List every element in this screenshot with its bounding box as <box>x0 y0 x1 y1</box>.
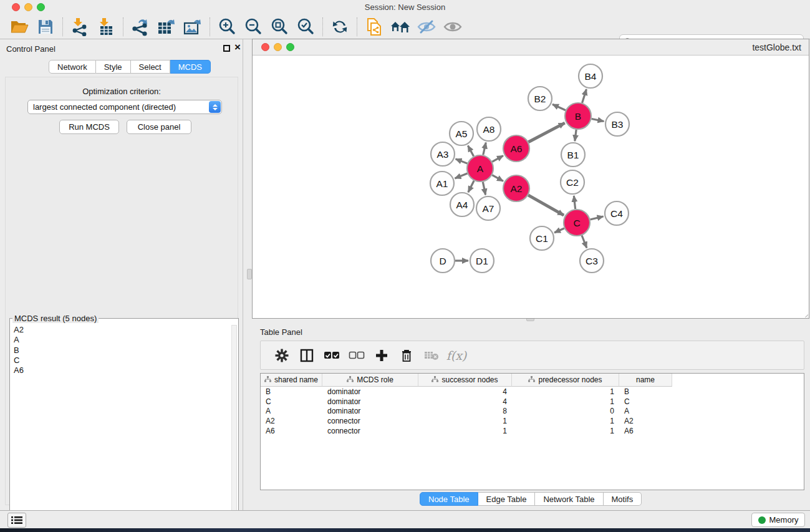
column-header-name[interactable]: name <box>619 374 672 387</box>
graph-node-A7[interactable]: A7 <box>476 196 500 220</box>
graph-node-A5[interactable]: A5 <box>450 122 473 145</box>
graph-node-C4[interactable]: C4 <box>605 201 629 225</box>
network-canvas[interactable]: AA1A3A4A5A7A8A6A2BB1B2B3B4CC1C2C3C4DD1 <box>253 56 809 318</box>
zoom-selected-button[interactable] <box>292 16 319 37</box>
tab-network-table[interactable]: Network Table <box>535 492 603 506</box>
graph-edge-A-A8[interactable] <box>483 142 486 155</box>
graph-edge-A-A2[interactable] <box>492 175 503 181</box>
tab-motifs[interactable]: Motifs <box>604 492 642 506</box>
table-row[interactable]: Bdominator41B <box>261 387 804 397</box>
graph-edge-A-A3[interactable] <box>456 159 468 163</box>
minimize-view-button[interactable] <box>274 43 282 51</box>
function-builder-button[interactable]: f(x) <box>444 345 469 366</box>
graph-node-D1[interactable]: D1 <box>470 249 494 273</box>
graph-node-B3[interactable]: B3 <box>605 112 629 136</box>
criterion-dropdown[interactable]: largest connected component (directed) <box>27 100 222 114</box>
graph-node-C2[interactable]: C2 <box>561 170 584 194</box>
zoom-view-button[interactable] <box>286 43 294 51</box>
column-settings-button[interactable] <box>269 345 294 366</box>
graph-node-A4[interactable]: A4 <box>450 193 474 216</box>
open-session-button[interactable] <box>6 16 32 37</box>
graph-edge-B-B3[interactable] <box>592 118 604 121</box>
delete-column-button[interactable] <box>394 345 419 366</box>
table-row[interactable]: A6connector11A6 <box>261 426 804 436</box>
refresh-view-button[interactable] <box>327 16 353 37</box>
graph-node-A[interactable]: A <box>467 155 493 181</box>
graph-edge-A-A1[interactable] <box>455 173 467 178</box>
graph-edge-C-C3[interactable] <box>582 235 587 248</box>
graph-edge-A6-B[interactable] <box>528 123 564 142</box>
tab-network[interactable]: Network <box>49 60 96 74</box>
graph-edge-B-B4[interactable] <box>582 89 587 103</box>
graph-node-B4[interactable]: B4 <box>579 64 602 88</box>
graph-node-B1[interactable]: B1 <box>561 143 585 167</box>
column-header-shared-name[interactable]: shared name <box>261 374 322 387</box>
graph-edge-B-B1[interactable] <box>575 130 576 141</box>
vertical-splitter-handle[interactable] <box>247 269 252 279</box>
result-scrollbar[interactable] <box>231 325 237 532</box>
export-network-button[interactable] <box>127 16 153 37</box>
delete-table-button[interactable] <box>419 345 444 366</box>
save-session-button[interactable] <box>32 16 59 37</box>
graph-edge-A-A4[interactable] <box>468 181 474 193</box>
graph-node-C[interactable]: C <box>564 210 590 236</box>
close-view-button[interactable] <box>261 43 269 51</box>
graph-node-A8[interactable]: A8 <box>477 117 501 141</box>
tab-mcds[interactable]: MCDS <box>170 60 211 74</box>
tab-select[interactable]: Select <box>131 60 170 74</box>
graph-node-A1[interactable]: A1 <box>430 172 454 195</box>
graph-node-D[interactable]: D <box>431 249 455 273</box>
mcds-result-item[interactable]: B <box>11 346 231 355</box>
export-image-button[interactable] <box>180 16 206 37</box>
add-column-button[interactable] <box>369 345 394 366</box>
hide-graphics-details-button[interactable] <box>413 16 440 37</box>
graph-node-B[interactable]: B <box>565 103 591 129</box>
table-row[interactable]: A2connector11A2 <box>261 416 804 426</box>
mcds-result-item[interactable]: A2 <box>11 325 231 335</box>
graph-edge-A-A7[interactable] <box>483 182 485 195</box>
mcds-result-item[interactable]: C <box>11 355 231 365</box>
mcds-result-item[interactable]: A <box>11 335 231 345</box>
graph-edge-C-C4[interactable] <box>590 216 603 220</box>
import-network-button[interactable] <box>67 16 93 37</box>
table-row[interactable]: Adominator80A <box>261 407 804 417</box>
tab-style[interactable]: Style <box>96 60 131 74</box>
task-history-button[interactable] <box>7 513 26 528</box>
graph-node-A6[interactable]: A6 <box>503 135 529 162</box>
resize-grip[interactable] <box>799 309 808 317</box>
graph-node-A3[interactable]: A3 <box>431 142 455 166</box>
graph-edge-C-C2[interactable] <box>574 196 575 209</box>
graph-edge-C-C1[interactable] <box>554 228 564 233</box>
memory-button[interactable]: Memory <box>751 513 805 527</box>
import-table-button[interactable] <box>93 16 119 37</box>
graph-edge-A-A5[interactable] <box>468 145 473 156</box>
graph-node-C1[interactable]: C1 <box>530 226 554 250</box>
column-header-predecessor-nodes[interactable]: predecessor nodes <box>512 374 619 387</box>
tab-node-table[interactable]: Node Table <box>420 492 478 506</box>
export-table-button[interactable] <box>153 16 180 37</box>
zoom-in-button[interactable] <box>214 16 240 37</box>
zoom-out-button[interactable] <box>240 16 266 37</box>
float-panel-icon[interactable] <box>223 45 230 52</box>
table-row[interactable]: Cdominator41C <box>261 397 804 407</box>
node-table[interactable]: shared nameMCDS rolesuccessor nodesprede… <box>260 373 804 490</box>
close-panel-icon[interactable]: × <box>234 41 241 54</box>
graph-edge-A-A6[interactable] <box>492 156 503 162</box>
deselect-all-button[interactable] <box>344 345 369 366</box>
mcds-result-item[interactable]: A6 <box>11 365 231 375</box>
tab-edge-table[interactable]: Edge Table <box>478 492 536 506</box>
graph-edge-B-B2[interactable] <box>552 104 566 110</box>
column-header-successor-nodes[interactable]: successor nodes <box>418 374 512 387</box>
first-neighbors-button[interactable] <box>387 16 413 37</box>
run-mcds-button[interactable]: Run MCDS <box>59 120 119 134</box>
close-panel-button[interactable]: Close panel <box>127 120 191 134</box>
graph-node-B2[interactable]: B2 <box>528 87 552 110</box>
graph-node-C3[interactable]: C3 <box>580 249 604 273</box>
new-network-from-selection-button[interactable] <box>361 16 387 37</box>
select-all-button[interactable] <box>319 345 344 366</box>
graph-node-A2[interactable]: A2 <box>503 175 529 201</box>
show-columns-button[interactable] <box>294 345 319 366</box>
graph-edge-A2-C[interactable] <box>528 195 564 215</box>
show-graphics-details-button[interactable] <box>440 16 466 37</box>
zoom-fit-button[interactable] <box>266 16 292 37</box>
